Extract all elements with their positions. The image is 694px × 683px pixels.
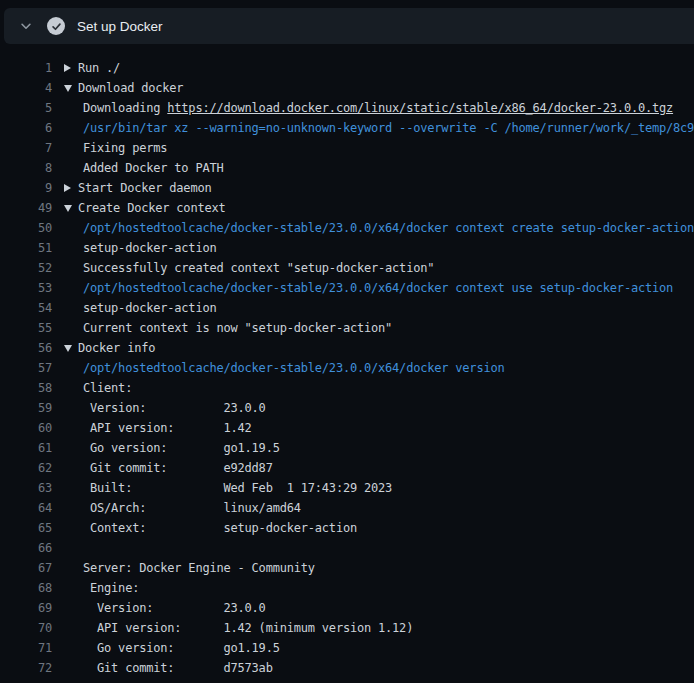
log-text: Fixing perms <box>83 138 167 158</box>
group-title[interactable]: Start Docker daemon <box>78 178 211 198</box>
line-number[interactable]: 57 <box>0 358 52 378</box>
line-number[interactable]: 68 <box>0 578 52 598</box>
log-row: 66 <box>0 538 694 558</box>
log-row: 52Successfully created context "setup-do… <box>0 258 694 278</box>
line-number[interactable]: 50 <box>0 218 52 238</box>
line-number[interactable]: 58 <box>0 378 52 398</box>
triangle-right-icon[interactable] <box>64 184 78 192</box>
log-row: 6/usr/bin/tar xz --warning=no-unknown-ke… <box>0 118 694 138</box>
line-number[interactable]: 6 <box>0 118 52 138</box>
log-text: Version: 23.0.0 <box>83 598 266 618</box>
log-row: 53/opt/hostedtoolcache/docker-stable/23.… <box>0 278 694 298</box>
log-row: 65 Context: setup-docker-action <box>0 518 694 538</box>
step-title: Set up Docker <box>77 19 163 34</box>
triangle-down-icon[interactable] <box>64 345 78 352</box>
line-number[interactable]: 59 <box>0 398 52 418</box>
log-row: 70 API version: 1.42 (minimum version 1.… <box>0 618 694 638</box>
log-row: 60 API version: 1.42 <box>0 418 694 438</box>
group-title[interactable]: Docker info <box>78 338 155 358</box>
line-number[interactable]: 9 <box>0 178 52 198</box>
log-text: Version: 23.0.0 <box>83 398 266 418</box>
log-row: 5Downloading https://download.docker.com… <box>0 98 694 118</box>
line-number[interactable]: 49 <box>0 198 52 218</box>
line-number[interactable]: 69 <box>0 598 52 618</box>
line-number[interactable]: 53 <box>0 278 52 298</box>
log-row: 8Added Docker to PATH <box>0 158 694 178</box>
line-number[interactable]: 65 <box>0 518 52 538</box>
log-row: 51setup-docker-action <box>0 238 694 258</box>
log-row: 55Current context is now "setup-docker-a… <box>0 318 694 338</box>
log-text: API version: 1.42 <box>83 418 252 438</box>
line-number[interactable]: 67 <box>0 558 52 578</box>
log-row: 61 Go version: go1.19.5 <box>0 438 694 458</box>
log-text: Downloading https://download.docker.com/… <box>83 98 673 118</box>
log-row: 69 Version: 23.0.0 <box>0 598 694 618</box>
log-row: 7Fixing perms <box>0 138 694 158</box>
log-text: OS/Arch: linux/amd64 <box>83 498 301 518</box>
log-row: 71 Go version: go1.19.5 <box>0 638 694 658</box>
chevron-down-icon[interactable] <box>18 18 34 34</box>
command-text: /opt/hostedtoolcache/docker-stable/23.0.… <box>83 278 673 298</box>
log-text: Engine: <box>83 578 139 598</box>
log-text: Client: <box>83 378 132 398</box>
group-title[interactable]: Create Docker context <box>78 198 226 218</box>
log-row: 62 Git commit: e92dd87 <box>0 458 694 478</box>
line-number[interactable]: 7 <box>0 138 52 158</box>
line-number[interactable]: 1 <box>0 58 52 78</box>
triangle-right-icon[interactable] <box>64 64 78 72</box>
log-row[interactable]: 1Run ./ <box>0 58 694 78</box>
log-row: 58Client: <box>0 378 694 398</box>
line-number[interactable]: 72 <box>0 658 52 678</box>
check-circle-icon <box>47 17 65 35</box>
line-number[interactable]: 60 <box>0 418 52 438</box>
line-number[interactable]: 63 <box>0 478 52 498</box>
log-text: Git commit: e92dd87 <box>83 458 273 478</box>
log-text: Added Docker to PATH <box>83 158 224 178</box>
line-number[interactable]: 62 <box>0 458 52 478</box>
log-text: API version: 1.42 (minimum version 1.12) <box>83 618 413 638</box>
command-text: /opt/hostedtoolcache/docker-stable/23.0.… <box>83 358 504 378</box>
line-number[interactable]: 64 <box>0 498 52 518</box>
line-number[interactable]: 52 <box>0 258 52 278</box>
line-number[interactable]: 5 <box>0 98 52 118</box>
log-link[interactable]: https://download.docker.com/linux/static… <box>167 101 673 115</box>
group-title[interactable]: Run ./ <box>78 58 120 78</box>
triangle-down-icon[interactable] <box>64 205 78 212</box>
group-title[interactable]: Download docker <box>78 78 183 98</box>
line-number[interactable]: 54 <box>0 298 52 318</box>
line-number[interactable]: 51 <box>0 238 52 258</box>
log-row[interactable]: 49Create Docker context <box>0 198 694 218</box>
log-row: 63 Built: Wed Feb 1 17:43:29 2023 <box>0 478 694 498</box>
log-text: Go version: go1.19.5 <box>83 438 280 458</box>
log-row[interactable]: 4Download docker <box>0 78 694 98</box>
log-row: 54setup-docker-action <box>0 298 694 318</box>
command-text: /usr/bin/tar xz --warning=no-unknown-key… <box>83 118 694 138</box>
line-number[interactable]: 56 <box>0 338 52 358</box>
triangle-down-icon[interactable] <box>64 85 78 92</box>
log-row: 72 Git commit: d7573ab <box>0 658 694 678</box>
line-number[interactable]: 61 <box>0 438 52 458</box>
log-text: Current context is now "setup-docker-act… <box>83 318 392 338</box>
command-text: /opt/hostedtoolcache/docker-stable/23.0.… <box>83 218 694 238</box>
line-number[interactable]: 71 <box>0 638 52 658</box>
log-container: 1Run ./4Download docker5Downloading http… <box>0 44 694 678</box>
log-text: Git commit: d7573ab <box>83 658 273 678</box>
log-text: Go version: go1.19.5 <box>83 638 280 658</box>
line-number[interactable]: 8 <box>0 158 52 178</box>
log-text: Built: Wed Feb 1 17:43:29 2023 <box>83 478 392 498</box>
line-number[interactable]: 4 <box>0 78 52 98</box>
actions-log-page: { "header": { "title": "Set up Docker", … <box>0 0 694 683</box>
log-row: 68 Engine: <box>0 578 694 598</box>
log-row: 50/opt/hostedtoolcache/docker-stable/23.… <box>0 218 694 238</box>
log-row[interactable]: 9Start Docker daemon <box>0 178 694 198</box>
log-text: setup-docker-action <box>83 298 216 318</box>
log-text: Context: setup-docker-action <box>83 518 357 538</box>
line-number[interactable]: 55 <box>0 318 52 338</box>
log-text: Successfully created context "setup-dock… <box>83 258 434 278</box>
log-row: 59 Version: 23.0.0 <box>0 398 694 418</box>
line-number[interactable]: 70 <box>0 618 52 638</box>
log-row[interactable]: 56Docker info <box>0 338 694 358</box>
log-row: 64 OS/Arch: linux/amd64 <box>0 498 694 518</box>
line-number[interactable]: 66 <box>0 538 52 558</box>
step-header[interactable]: Set up Docker <box>4 8 694 44</box>
